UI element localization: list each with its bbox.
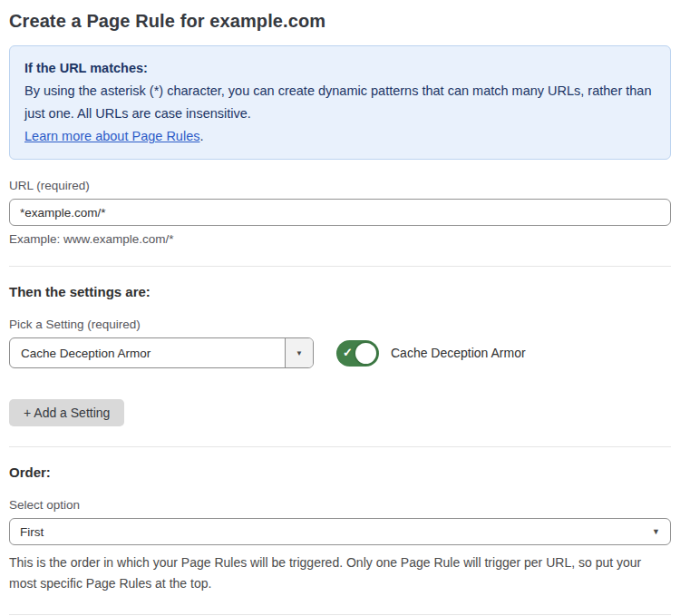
add-setting-button[interactable]: + Add a Setting	[9, 399, 124, 426]
learn-more-link[interactable]: Learn more about Page Rules	[24, 129, 199, 143]
order-select-label: Select option	[9, 498, 671, 512]
info-body-text: By using the asterisk (*) character, you…	[24, 80, 656, 125]
url-match-info-callout: If the URL matches: By using the asteris…	[9, 45, 671, 160]
cache-deception-armor-toggle[interactable]: ✓	[336, 340, 379, 367]
divider-after-settings	[9, 446, 671, 447]
setting-row: Cache Deception Armor ▼ ✓ Cache Deceptio…	[9, 337, 671, 368]
toggle-knob	[354, 341, 378, 366]
toggle-label: Cache Deception Armor	[391, 346, 526, 360]
pick-setting-label: Pick a Setting (required)	[9, 318, 671, 331]
link-period: .	[199, 129, 203, 143]
order-helper-text: This is the order in which your Page Rul…	[9, 552, 662, 594]
url-input[interactable]	[9, 199, 671, 226]
order-select[interactable]: First ▼	[9, 518, 671, 545]
setting-dropdown-caret-button[interactable]: ▼	[285, 338, 313, 367]
divider-after-url	[9, 266, 671, 267]
page-title: Create a Page Rule for example.com	[9, 11, 671, 32]
order-select-value: First	[20, 525, 44, 539]
chevron-down-icon: ▼	[296, 349, 303, 357]
chevron-down-icon: ▼	[652, 527, 660, 536]
divider-before-footer	[9, 614, 671, 615]
check-icon: ✓	[343, 347, 353, 358]
order-section-heading: Order:	[9, 464, 671, 480]
url-example-helper: Example: www.example.com/*	[9, 232, 671, 246]
info-heading: If the URL matches:	[24, 57, 656, 80]
setting-toggle-group: ✓ Cache Deception Armor	[336, 340, 526, 367]
info-link-line: Learn more about Page Rules.	[24, 125, 656, 148]
url-field-label: URL (required)	[9, 179, 671, 192]
create-page-rule-form: Create a Page Rule for example.com If th…	[0, 0, 680, 616]
settings-section-heading: Then the settings are:	[9, 284, 671, 299]
setting-dropdown[interactable]: Cache Deception Armor ▼	[9, 337, 314, 368]
setting-dropdown-value: Cache Deception Armor	[10, 338, 285, 367]
